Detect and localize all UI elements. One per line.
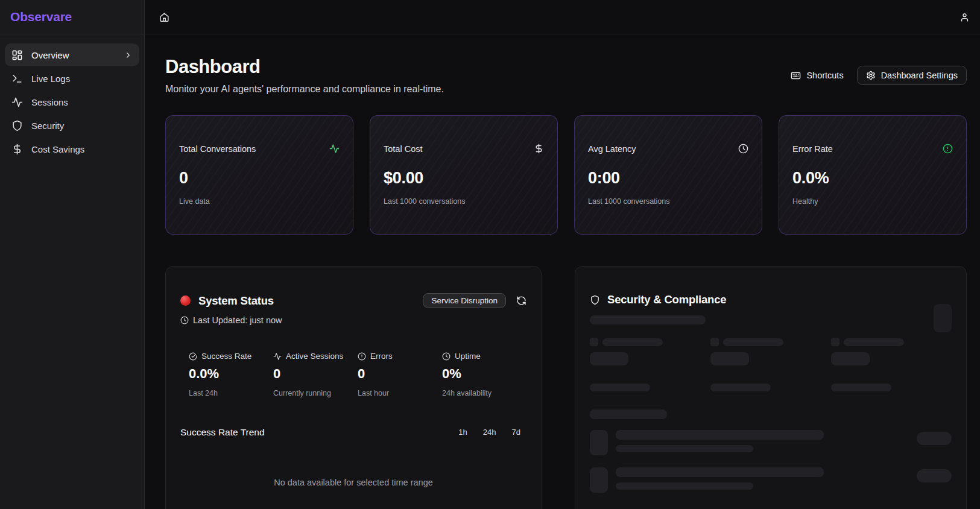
- refresh-icon[interactable]: [516, 296, 526, 306]
- sidebar-item-sessions[interactable]: Sessions: [5, 90, 139, 113]
- stat-active-sessions: Active Sessions 0 Currently running: [273, 352, 358, 397]
- main-area: Dashboard Monitor your AI agents' perfor…: [145, 0, 980, 509]
- metric-cards: Total Conversations 0 Live data Total Co…: [165, 115, 967, 235]
- dollar-icon: [534, 144, 544, 154]
- shortcuts-button-label: Shortcuts: [806, 71, 843, 80]
- skeleton-line: [616, 445, 753, 452]
- sidebar-item-label: Sessions: [31, 97, 68, 107]
- stat-value: 0: [273, 366, 358, 382]
- stat-errors: Errors 0 Last hour: [358, 352, 442, 397]
- sidebar-item-overview[interactable]: Overview: [5, 43, 139, 66]
- skeleton-list-item: [590, 430, 952, 455]
- skeleton-avatar: [590, 467, 608, 493]
- status-badge: Service Disruption: [423, 293, 506, 308]
- chart-empty-message: No data available for selected time rang…: [180, 478, 526, 487]
- metric-subtext: Last 1000 conversations: [384, 197, 544, 206]
- page-header-text: Dashboard Monitor your AI agents' perfor…: [165, 56, 444, 95]
- stat-value: 0%: [442, 366, 526, 382]
- gear-icon: [866, 71, 876, 80]
- skeleton-sub-bar: [831, 384, 891, 391]
- check-circle-icon: [189, 352, 197, 361]
- range-button-24h[interactable]: 24h: [477, 425, 502, 439]
- stat-label: Uptime: [455, 352, 481, 361]
- last-updated: Last Updated: just now: [180, 315, 526, 325]
- activity-icon: [11, 96, 23, 108]
- clock-icon: [180, 316, 189, 324]
- metric-subtext: Last 1000 conversations: [588, 197, 748, 206]
- metric-title: Avg Latency: [588, 144, 636, 154]
- dollar-icon: [11, 144, 23, 155]
- dashboard-settings-button[interactable]: Dashboard Settings: [857, 66, 967, 85]
- user-icon[interactable]: [959, 12, 970, 22]
- skeleton-pill: [917, 469, 952, 482]
- sidebar-item-label: Live Logs: [31, 74, 70, 84]
- skeleton-text-lines: [616, 467, 909, 490]
- dashboard-icon: [11, 49, 23, 61]
- trend-range-buttons: 1h 24h 7d: [452, 425, 526, 439]
- metric-card-avg-latency: Avg Latency 0:00 Last 1000 conversations: [574, 115, 762, 235]
- page-header: Dashboard Monitor your AI agents' perfor…: [165, 56, 967, 95]
- sidebar-item-security[interactable]: Security: [5, 114, 139, 137]
- skeleton-pill: [917, 432, 952, 445]
- shield-icon: [11, 120, 23, 131]
- skeleton-label-bar: [602, 338, 663, 346]
- stat-subtext: 24h availability: [442, 389, 526, 397]
- skeleton-list: [590, 430, 952, 493]
- topbar: [145, 0, 980, 34]
- metric-card-error-rate: Error Rate 0.0% Healthy: [779, 115, 967, 235]
- clock-icon: [442, 352, 450, 361]
- shortcuts-button[interactable]: Shortcuts: [783, 66, 850, 85]
- skeleton-line: [616, 467, 824, 477]
- metric-value: $0.00: [384, 169, 544, 188]
- skeleton-line: [616, 482, 753, 490]
- trend-title: Success Rate Trend: [180, 427, 265, 438]
- skeleton-avatar: [590, 430, 608, 455]
- sidebar: Observare Overview Live Logs: [0, 0, 145, 509]
- metric-card-total-conversations: Total Conversations 0 Live data: [165, 115, 353, 235]
- system-status-card: System Status Service Disruption: [165, 266, 542, 509]
- skeleton-corner-block: [934, 304, 952, 332]
- skeleton-value-bar: [590, 352, 628, 365]
- brand-logo: Observare: [10, 10, 72, 24]
- range-button-1h[interactable]: 1h: [452, 425, 473, 439]
- page-subtitle: Monitor your AI agents' performance and …: [165, 84, 444, 95]
- metric-value: 0: [179, 169, 340, 188]
- skeleton-sub-bar: [710, 384, 771, 391]
- stat-value: 0: [358, 366, 442, 382]
- skeleton-value-bar: [710, 352, 749, 365]
- chevron-right-icon: [124, 51, 133, 60]
- sidebar-nav: Overview Live Logs Sessions: [0, 34, 144, 169]
- sidebar-item-live-logs[interactable]: Live Logs: [5, 67, 139, 90]
- range-button-7d[interactable]: 7d: [506, 425, 526, 439]
- last-updated-text: Last Updated: just now: [193, 315, 282, 325]
- metric-value: 0.0%: [792, 169, 953, 188]
- skeleton-stat-column: [831, 338, 952, 391]
- skeleton-stats: [590, 338, 952, 391]
- stat-value: 0.0%: [189, 366, 273, 382]
- skeleton-square: [590, 338, 598, 346]
- sidebar-item-cost-savings[interactable]: Cost Savings: [5, 138, 139, 160]
- sidebar-item-label: Security: [31, 121, 64, 131]
- skeleton-subtitle-bar: [590, 315, 706, 324]
- status-dot: [180, 296, 191, 306]
- alert-circle-icon: [943, 144, 953, 154]
- home-icon[interactable]: [159, 12, 169, 22]
- stat-uptime: Uptime 0% 24h availability: [442, 352, 526, 397]
- skeleton-text-lines: [616, 430, 909, 452]
- skeleton-label-bar: [844, 338, 904, 346]
- lower-panels: System Status Service Disruption: [165, 266, 967, 509]
- sidebar-item-label: Cost Savings: [31, 144, 84, 154]
- stat-label: Active Sessions: [286, 352, 343, 361]
- activity-icon: [329, 144, 340, 154]
- skeleton-square: [710, 338, 719, 346]
- metric-subtext: Live data: [179, 197, 340, 206]
- skeleton-line: [616, 430, 824, 440]
- shield-icon: [590, 295, 600, 305]
- skeleton-list-item: [590, 467, 952, 493]
- stat-label: Errors: [370, 352, 393, 361]
- keyboard-icon: [791, 71, 801, 81]
- dashboard-settings-button-label: Dashboard Settings: [881, 71, 958, 80]
- skeleton-value-bar: [831, 352, 870, 365]
- logo-area: Observare: [0, 0, 144, 34]
- sidebar-item-label: Overview: [31, 50, 69, 60]
